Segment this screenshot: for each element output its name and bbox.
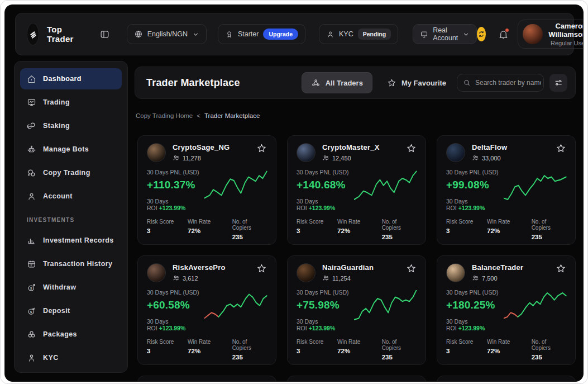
- sidebar-item-staking[interactable]: Staking: [20, 115, 122, 136]
- deposit-icon: $: [27, 306, 36, 316]
- copiers-label: No. of Copiers: [382, 339, 417, 351]
- sidebar-item-dashboard[interactable]: Dashboard: [20, 68, 122, 89]
- trader-name: CryptoSage_NG: [173, 143, 230, 151]
- notifications-button[interactable]: [498, 29, 509, 40]
- trader-card-futuresqueen: FuturesQueen: [437, 376, 576, 382]
- pnl-label: 30 Days PNL (USD): [147, 169, 204, 176]
- withdraw-icon: $: [27, 283, 36, 292]
- sidebar-collapse-button[interactable]: [99, 29, 110, 40]
- trader-name: RiskAversePro: [173, 263, 226, 272]
- favourite-star-icon[interactable]: [556, 263, 566, 274]
- trader-card-riskaversepro: RiskAversePro 3,612 30 Days PNL (USD) +6…: [137, 255, 276, 365]
- roi-value: +123.99%: [309, 325, 336, 331]
- followers-count: 3,612: [183, 275, 198, 282]
- sidebar-item-packages[interactable]: Packages: [20, 324, 122, 345]
- roi-line: 30 Days ROI+123.99%: [147, 198, 204, 211]
- currency-exchange-button[interactable]: [477, 27, 486, 41]
- followers-count: 11,278: [183, 155, 201, 162]
- filter-button[interactable]: [549, 74, 567, 92]
- search-input[interactable]: [475, 79, 541, 87]
- user-profile-menu[interactable]: Cameron Williamson Regular User: [518, 20, 584, 49]
- favourite-star-icon[interactable]: [256, 263, 267, 274]
- group-icon: [173, 274, 180, 282]
- star-icon: [387, 78, 396, 88]
- sidebar-item-label: KYC: [43, 354, 59, 362]
- svg-text:$: $: [30, 286, 32, 290]
- trader-followers: 11,278: [173, 154, 230, 162]
- sidebar-item-copy-trading[interactable]: Copy Trading: [20, 162, 122, 183]
- trader-followers: 11,254: [322, 274, 374, 282]
- sidebar-item-trading[interactable]: Trading: [20, 92, 122, 113]
- win-rate-value: 72%: [188, 227, 232, 234]
- trader-search[interactable]: [457, 74, 544, 92]
- chevron-down-icon: [192, 31, 199, 38]
- trader-stats: Risk Score3 Win Rate72% No. of Copiers23…: [446, 219, 566, 240]
- roi-line: 30 Days ROI+123.99%: [446, 198, 504, 211]
- sidebar-item-transaction-history[interactable]: Transaction History: [20, 253, 122, 274]
- plan-status: Starter Upgrade: [218, 24, 305, 44]
- win-rate-value: 72%: [487, 348, 532, 354]
- sidebar-item-manage-bots[interactable]: Manage Bots: [20, 139, 122, 160]
- copiers-value: 235: [232, 354, 267, 361]
- favourite-star-icon[interactable]: [556, 143, 566, 154]
- favourite-star-icon[interactable]: [406, 263, 417, 274]
- filter-sliders-icon: [554, 78, 563, 87]
- account-type-selector[interactable]: Real Account: [413, 24, 477, 44]
- tab-all-traders[interactable]: All Traders: [302, 72, 372, 93]
- sidebar-item-label: Investment Records: [43, 236, 114, 244]
- favourite-star-icon[interactable]: [256, 143, 267, 154]
- sidebar-item-deposit[interactable]: $ Deposit: [20, 300, 122, 321]
- notification-badge: [505, 28, 509, 32]
- trader-stats: Risk Score3 Win Rate72% No. of Copiers23…: [147, 339, 267, 361]
- kyc-status: KYC Pending: [319, 24, 398, 44]
- win-rate-label: Win Rate: [337, 339, 382, 345]
- win-rate-value: 72%: [487, 227, 532, 234]
- layers-logo-icon: [27, 29, 39, 40]
- trader-stats: Risk Score3 Win Rate72% No. of Copiers23…: [446, 339, 566, 361]
- sidebar-item-label: Manage Bots: [43, 145, 89, 153]
- tab-my-favourite[interactable]: My Favourite: [378, 72, 455, 93]
- chevron-down-icon: [462, 31, 470, 38]
- risk-score-value: 3: [297, 227, 337, 234]
- pnl-label: 30 Days PNL (USD): [297, 169, 354, 176]
- trader-identity: NairaGuardian 11,254: [322, 263, 374, 282]
- trader-avatar: [446, 263, 465, 282]
- pnl-sparkline-chart: [204, 290, 269, 323]
- sidebar-item-label: Transaction History: [43, 260, 112, 268]
- trader-followers: 33,000: [472, 154, 507, 162]
- pnl-value: +110.37%: [147, 179, 204, 191]
- user-avatar: [523, 24, 543, 44]
- tab-label: My Favourite: [401, 79, 446, 87]
- sidebar: Dashboard Trading Staking Manage Bots Co…: [14, 61, 128, 373]
- account-icon: [27, 192, 36, 201]
- group-icon: [322, 154, 329, 162]
- trader-name: DeltaFlow: [472, 143, 507, 151]
- win-rate-label: Win Rate: [188, 219, 232, 225]
- risk-score-value: 3: [446, 348, 487, 354]
- upgrade-button[interactable]: Upgrade: [263, 29, 298, 40]
- pnl-value: +75.98%: [297, 299, 354, 311]
- followers-count: 12,450: [332, 155, 351, 162]
- sidebar-item-investment-records[interactable]: Investment Records: [20, 230, 122, 251]
- sidebar-item-label: Packages: [43, 330, 77, 338]
- breadcrumb: Copy Trading Home < Trader Marketplace: [136, 112, 260, 119]
- user-name: Cameron Williamson: [548, 22, 584, 39]
- copiers-value: 235: [232, 234, 267, 240]
- sidebar-item-label: Account: [43, 192, 73, 200]
- trader-card-balancetrader: BalanceTrader 7,500 30 Days PNL (USD) +1…: [437, 255, 576, 365]
- win-rate-label: Win Rate: [337, 219, 382, 225]
- sidebar-item-account[interactable]: Account: [20, 186, 122, 207]
- sidebar-item-withdraw[interactable]: $ Withdraw: [20, 277, 122, 298]
- language-selector[interactable]: English/NGN: [127, 24, 207, 44]
- breadcrumb-parent-link[interactable]: Copy Trading Home: [136, 112, 193, 119]
- copy-icon: [27, 168, 36, 178]
- investments-section-label: INVESTMENTS: [27, 217, 122, 223]
- svg-text:$: $: [30, 310, 32, 313]
- favourite-star-icon[interactable]: [406, 143, 417, 154]
- win-rate-value: 72%: [188, 348, 232, 354]
- sidebar-item-label: Withdraw: [43, 283, 76, 291]
- trader-stats: Risk Score3 Win Rate72% No. of Copiers23…: [297, 339, 417, 361]
- traders-icon: [311, 78, 321, 88]
- sidebar-item-kyc[interactable]: KYC: [20, 347, 122, 368]
- roi-line: 30 Days ROI+123.99%: [297, 318, 354, 331]
